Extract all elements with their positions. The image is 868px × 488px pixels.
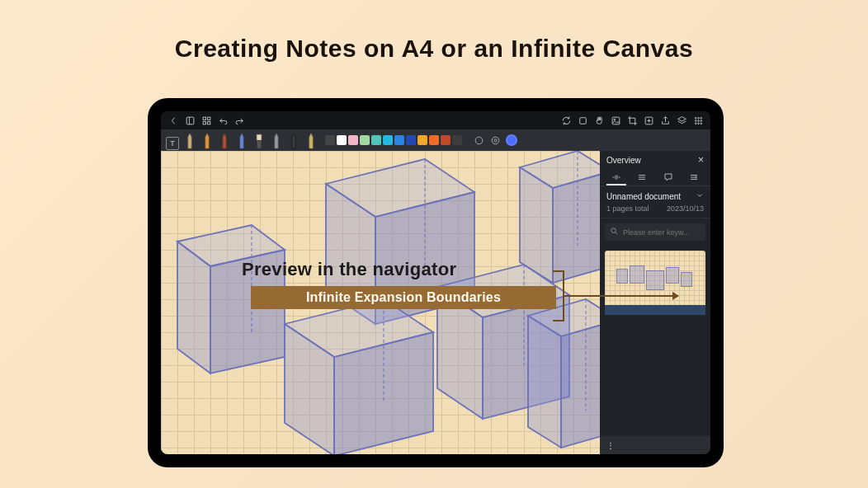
overview-header: Overview × <box>600 151 710 169</box>
more-icon[interactable]: ⋮ <box>606 441 616 450</box>
svg-rect-5 <box>207 121 210 124</box>
document-meta: 1 pages total 2023/10/13 <box>600 203 710 218</box>
add-square-icon[interactable] <box>643 115 654 126</box>
svg-rect-2 <box>203 117 205 120</box>
tab-pages[interactable] <box>606 171 626 185</box>
callout-arrow <box>564 295 678 297</box>
eraser-tool[interactable] <box>252 130 266 150</box>
grid-icon[interactable] <box>200 115 212 126</box>
callout-boundaries-text: Infinite Expansion Boundaries <box>306 290 501 305</box>
swatch-11[interactable] <box>441 135 451 145</box>
callout-boundaries-box: Infinite Expansion Boundaries <box>251 286 556 309</box>
box-icon[interactable] <box>577 115 588 126</box>
chevron-down-icon <box>696 191 704 201</box>
brush-tool[interactable] <box>287 130 300 150</box>
pages-total: 1 pages total <box>606 204 649 213</box>
svg-point-32 <box>492 137 499 144</box>
sync-icon[interactable] <box>560 115 572 126</box>
callout-bracket <box>553 270 564 321</box>
overview-search[interactable] <box>605 223 705 241</box>
layers-icon[interactable] <box>676 115 687 126</box>
swatch-4[interactable] <box>360 135 370 145</box>
svg-point-14 <box>697 117 699 119</box>
pencil-tool[interactable] <box>270 130 283 150</box>
ring-icon[interactable] <box>489 134 501 146</box>
svg-point-16 <box>695 120 696 121</box>
swatch-5[interactable] <box>371 135 381 145</box>
svg-marker-28 <box>275 134 278 148</box>
hand-icon[interactable] <box>593 115 605 126</box>
undo-icon[interactable] <box>217 115 229 126</box>
tool-row: T <box>161 129 710 151</box>
svg-point-19 <box>695 122 696 124</box>
svg-point-13 <box>695 117 696 119</box>
circle-outline-icon[interactable] <box>473 134 484 146</box>
pen-tool-3[interactable] <box>218 130 231 150</box>
highlighter-tool[interactable] <box>304 130 318 150</box>
tab-comments[interactable] <box>658 171 678 185</box>
svg-marker-25 <box>240 134 243 148</box>
svg-point-31 <box>475 137 483 144</box>
overview-footer: ⋮ <box>600 436 710 454</box>
svg-marker-56 <box>561 320 600 448</box>
svg-rect-27 <box>257 140 262 148</box>
svg-rect-7 <box>612 117 620 124</box>
page-thumbnail-wrap <box>600 246 710 320</box>
top-app-bar <box>161 111 710 129</box>
page-thumbnail[interactable] <box>605 251 705 315</box>
swatch-9[interactable] <box>417 135 427 145</box>
layout-icon[interactable] <box>184 115 196 126</box>
tab-settings[interactable] <box>684 171 704 185</box>
pen-tool-4[interactable] <box>235 130 248 150</box>
svg-line-70 <box>616 232 617 234</box>
overview-tabs <box>600 169 710 186</box>
overview-title: Overview <box>606 156 641 165</box>
search-input[interactable] <box>623 228 710 237</box>
shape-tool-group <box>473 134 517 146</box>
svg-point-18 <box>700 120 701 121</box>
swatch-6[interactable] <box>383 135 393 145</box>
redo-icon[interactable] <box>234 115 245 126</box>
svg-marker-23 <box>205 134 209 148</box>
image-icon[interactable] <box>610 115 621 126</box>
promo-title: Creating Notes on A4 or an Infinite Canv… <box>0 0 868 63</box>
svg-marker-51 <box>520 167 553 283</box>
menu-grid-icon[interactable] <box>692 115 704 126</box>
svg-marker-55 <box>528 316 561 448</box>
swatch-12[interactable] <box>452 135 462 145</box>
pen-tool-1[interactable] <box>183 130 196 150</box>
document-name: Unnamed document <box>606 192 681 201</box>
document-selector[interactable]: Unnamed document <box>600 186 710 203</box>
svg-point-17 <box>697 120 699 121</box>
svg-point-21 <box>700 122 701 124</box>
share-icon[interactable] <box>659 115 671 126</box>
swatch-3[interactable] <box>348 135 358 145</box>
svg-marker-52 <box>553 171 600 283</box>
swatch-1[interactable] <box>325 135 335 145</box>
swatch-7[interactable] <box>394 135 404 145</box>
svg-point-15 <box>700 117 701 119</box>
swatch-2[interactable] <box>337 135 347 145</box>
text-tool[interactable]: T <box>166 130 179 150</box>
svg-rect-26 <box>257 134 262 140</box>
back-icon[interactable] <box>167 115 179 126</box>
swatch-10[interactable] <box>429 135 439 145</box>
svg-marker-12 <box>677 116 686 120</box>
svg-rect-4 <box>203 121 205 124</box>
pen-tool-2[interactable] <box>200 130 214 150</box>
svg-rect-0 <box>186 117 194 124</box>
close-icon[interactable]: × <box>698 154 704 166</box>
svg-marker-29 <box>292 134 295 148</box>
swatch-8[interactable] <box>406 135 416 145</box>
svg-point-8 <box>614 119 616 120</box>
app-screen: T <box>161 111 710 454</box>
callout-preview-text: Preview in the navigator <box>242 259 456 280</box>
svg-point-33 <box>493 138 496 141</box>
tab-outline[interactable] <box>632 171 652 185</box>
tablet-frame: T <box>148 98 724 467</box>
crop-icon[interactable] <box>626 115 638 126</box>
circle-filled-selected-icon[interactable] <box>506 134 517 146</box>
svg-point-68 <box>696 176 697 178</box>
svg-point-69 <box>611 228 616 233</box>
search-icon <box>610 227 619 237</box>
